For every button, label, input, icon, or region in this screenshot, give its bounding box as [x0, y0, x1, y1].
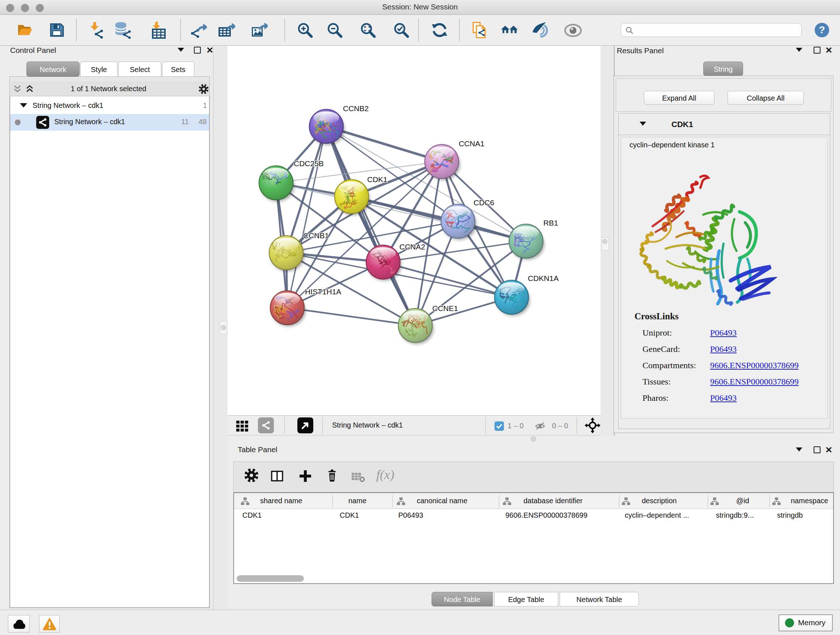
svg-text:CDC6: CDC6 [474, 198, 494, 207]
svg-text:?: ? [819, 24, 825, 35]
svg-text:CCNA1: CCNA1 [459, 139, 485, 148]
svg-text:CCNB2: CCNB2 [343, 104, 369, 112]
svg-text:CCNB1: CCNB1 [303, 231, 329, 240]
svg-text:RB1: RB1 [543, 219, 558, 227]
svg-text:CCNE1: CCNE1 [432, 304, 458, 312]
svg-text:CDC25B: CDC25B [294, 159, 324, 168]
svg-text:CCNA2: CCNA2 [399, 242, 425, 251]
svg-text:CDK1: CDK1 [367, 175, 387, 184]
svg-text:CDKN1A: CDKN1A [528, 274, 559, 282]
svg-text:HIST1H1A: HIST1H1A [305, 287, 341, 296]
